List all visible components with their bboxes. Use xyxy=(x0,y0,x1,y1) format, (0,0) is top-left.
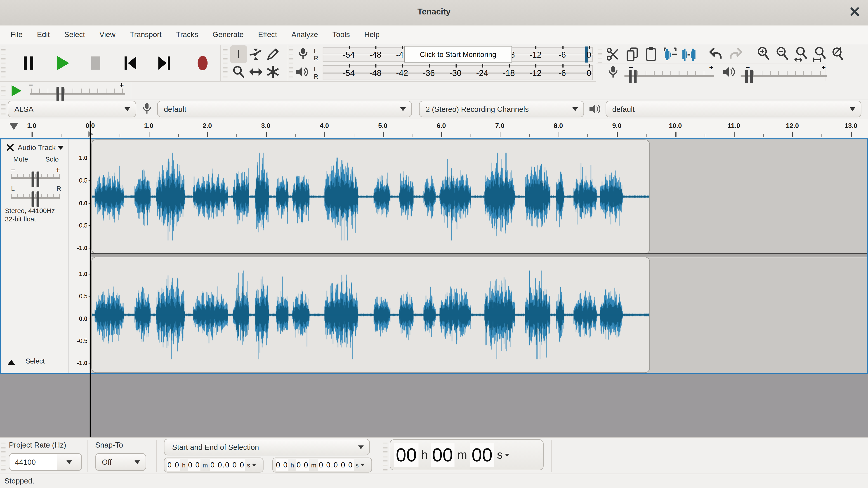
play-speed-slider[interactable] xyxy=(30,89,125,95)
chevron-down-icon[interactable] xyxy=(360,464,365,466)
chevron-down-icon[interactable] xyxy=(252,464,256,466)
time-digits[interactable]: 0 0 xyxy=(187,459,200,471)
fit-selection-button[interactable] xyxy=(794,46,809,62)
playback-meter[interactable]: -54-48-42-36-30-24-18-12-60 xyxy=(323,64,593,82)
menu-view[interactable]: View xyxy=(92,31,123,39)
zoom-toggle-button[interactable] xyxy=(831,46,845,62)
pause-button[interactable] xyxy=(22,55,35,71)
trim-audio-button[interactable] xyxy=(662,47,677,61)
multi-tool-button[interactable] xyxy=(265,63,281,80)
meter-tick xyxy=(562,46,563,49)
timeshift-tool-button[interactable] xyxy=(248,63,264,80)
time-digits[interactable]: 00 xyxy=(470,443,494,466)
play-meter-speaker-icon[interactable] xyxy=(296,66,309,78)
menu-analyze[interactable]: Analyze xyxy=(284,31,325,39)
menu-effect[interactable]: Effect xyxy=(251,31,284,39)
zoom-in-button[interactable] xyxy=(757,46,771,62)
selection-mode-combo[interactable]: Start and End of Selection xyxy=(164,439,370,455)
amplitude-scale-label: -1.0 xyxy=(77,360,87,366)
track-select-button[interactable]: Select xyxy=(26,357,45,365)
stop-button[interactable] xyxy=(91,56,101,70)
meter-tick xyxy=(535,46,537,49)
channels-select[interactable]: 2 (Stereo) Recording Channels xyxy=(419,101,584,117)
menu-generate[interactable]: Generate xyxy=(205,31,251,39)
time-digits[interactable]: 0 0 xyxy=(167,459,180,471)
redo-button[interactable] xyxy=(728,48,743,60)
output-device-select[interactable]: default xyxy=(606,101,861,117)
meter-toolbar-grip[interactable] xyxy=(289,46,293,80)
menu-tools[interactable]: Tools xyxy=(325,31,357,39)
play-at-speed-button[interactable] xyxy=(11,85,22,97)
time-digits[interactable]: 00 xyxy=(430,443,455,466)
track-close-icon[interactable] xyxy=(6,144,14,151)
project-rate-combo[interactable]: 44100 xyxy=(9,453,82,471)
chevron-down-icon[interactable] xyxy=(505,453,509,456)
selection-toolbar-grip[interactable] xyxy=(1,440,6,472)
device-toolbar-grip[interactable] xyxy=(1,101,6,117)
transport-toolbar-grip[interactable] xyxy=(1,46,6,80)
timeline-ruler[interactable]: 1.00.01.02.03.04.05.06.07.08.09.010.011.… xyxy=(0,119,868,138)
menu-help[interactable]: Help xyxy=(357,31,387,39)
vertical-scale[interactable]: 1.00.50.0-0.5-1.01.00.50.0-0.5-1.0 xyxy=(69,139,91,373)
selection-start-field[interactable]: 0 0h0 0m0 0.0 0 0s xyxy=(164,457,264,473)
gain-plus-label: + xyxy=(56,166,60,174)
audio-clip-channel-right[interactable] xyxy=(92,257,649,372)
play-button[interactable] xyxy=(56,55,70,71)
undo-button[interactable] xyxy=(709,48,723,60)
snap-to-combo[interactable]: Off xyxy=(95,453,146,471)
play-at-speed-grip[interactable] xyxy=(1,83,6,98)
close-icon[interactable] xyxy=(849,6,860,17)
channel-divider[interactable] xyxy=(91,254,867,257)
audio-position-display[interactable]: 00h00m00s xyxy=(390,439,544,470)
track-menu-icon[interactable] xyxy=(57,145,64,150)
tools-toolbar-grip[interactable] xyxy=(223,46,228,80)
record-volume-slider[interactable] xyxy=(624,71,714,77)
waveform-area[interactable] xyxy=(91,139,867,373)
solo-button[interactable]: Solo xyxy=(45,156,59,163)
record-volume-plus: + xyxy=(709,63,713,71)
amplitude-scale-label: 1.0 xyxy=(79,271,87,277)
silence-audio-button[interactable] xyxy=(682,47,696,61)
selection-tool-button[interactable]: I xyxy=(230,45,247,63)
mute-button[interactable]: Mute xyxy=(13,156,28,163)
record-meter-mic-icon[interactable] xyxy=(297,48,309,61)
time-unit: s xyxy=(245,462,252,468)
track-control-panel[interactable]: Audio Track Mute Solo − + L R Stereo, 44… xyxy=(1,139,69,373)
time-digits[interactable]: 0 0.0 0 0 xyxy=(210,459,245,471)
cut-button[interactable] xyxy=(606,47,620,61)
menu-transport[interactable]: Transport xyxy=(123,31,169,39)
time-digits[interactable]: 0 0 xyxy=(296,459,309,471)
edit-toolbar-grip[interactable] xyxy=(598,46,602,62)
envelope-tool-button[interactable] xyxy=(248,45,264,63)
audio-clip-channel-left[interactable] xyxy=(92,140,649,254)
meter-scale-label: -6 xyxy=(559,50,566,59)
skip-to-end-button[interactable] xyxy=(157,55,172,71)
gain-slider[interactable] xyxy=(11,174,60,179)
track-collapse-icon[interactable] xyxy=(7,360,16,365)
track-title[interactable]: Audio Track xyxy=(18,143,56,152)
menu-edit[interactable]: Edit xyxy=(30,31,57,39)
fit-project-button[interactable] xyxy=(813,46,828,62)
zoom-tool-button[interactable] xyxy=(230,63,247,80)
input-device-select[interactable]: default xyxy=(157,101,412,117)
draw-tool-button[interactable] xyxy=(265,45,281,63)
skip-to-start-button[interactable] xyxy=(123,55,137,71)
record-button[interactable] xyxy=(196,55,209,71)
time-digits[interactable]: 0 0.0 0 0 xyxy=(318,459,353,471)
timeline-pin-icon[interactable] xyxy=(9,122,19,131)
monitor-tooltip[interactable]: Click to Start Monitoring xyxy=(404,46,512,62)
zoom-out-button[interactable] xyxy=(776,46,790,62)
paste-button[interactable] xyxy=(645,46,658,61)
menu-file[interactable]: File xyxy=(3,31,30,39)
host-select[interactable]: ALSA xyxy=(8,101,136,117)
playback-volume-slider[interactable] xyxy=(741,71,827,77)
menu-select[interactable]: Select xyxy=(57,31,92,39)
time-digits[interactable]: 00 xyxy=(394,443,418,466)
menu-tracks[interactable]: Tracks xyxy=(169,31,206,39)
time-digits[interactable]: 0 0 xyxy=(275,459,288,471)
pan-slider[interactable] xyxy=(11,194,60,199)
time-toolbar-grip[interactable] xyxy=(383,440,388,472)
selection-end-field[interactable]: 0 0h0 0m0 0.0 0 0s xyxy=(272,457,372,473)
copy-button[interactable] xyxy=(625,47,639,61)
track-area-background[interactable] xyxy=(0,374,868,437)
